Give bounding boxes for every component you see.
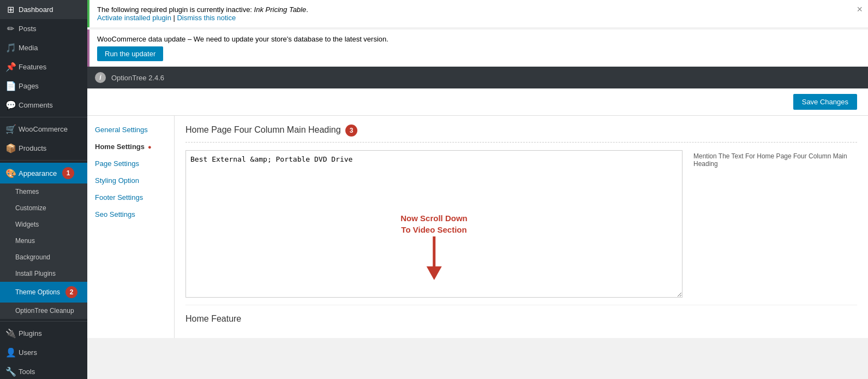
sidebar-item-install-plugins[interactable]: Install Plugins <box>0 265 87 282</box>
sidebar-item-menus[interactable]: Menus <box>0 233 87 249</box>
nav-seo-settings[interactable]: Seo Settings <box>87 206 174 223</box>
field-help: Mention The Text For Home Page Four Colu… <box>693 150 857 299</box>
sidebar-label-themes: Themes <box>15 188 39 196</box>
woo-notice-text: WooCommerce data update – We need to upd… <box>97 35 388 43</box>
appearance-icon: 🎨 <box>5 168 15 179</box>
sidebar-label-plugins: Plugins <box>19 329 42 337</box>
sidebar-label-media: Media <box>19 44 38 52</box>
sidebar-label-widgets: Widgets <box>15 221 39 228</box>
nav-styling-option[interactable]: Styling Option <box>87 172 174 189</box>
field-heading: Home Page Four Column Main Heading 3 <box>185 116 857 143</box>
posts-icon: ✏ <box>5 23 15 34</box>
nav-footer-settings[interactable]: Footer Settings <box>87 189 174 206</box>
field-textarea-wrapper: Best External &amp; Portable DVD Drive N… <box>185 150 683 299</box>
sidebar-label-theme-options: Theme Options <box>15 288 60 296</box>
products-icon: 📦 <box>5 143 15 153</box>
main-heading-textarea[interactable]: Best External &amp; Portable DVD Drive <box>185 150 683 298</box>
nav-home-settings-label: Home Settings <box>95 143 145 151</box>
sidebar-label-comments: Comments <box>19 101 53 109</box>
sidebar: ⊞ Dashboard ✏ Posts 🎵 Media 📌 Features 📄… <box>0 0 87 379</box>
sidebar-item-woocommerce[interactable]: 🛒 WooCommerce <box>0 120 87 139</box>
home-feature-label: Home Feature <box>185 305 857 327</box>
sidebar-item-media[interactable]: 🎵 Media <box>0 38 87 57</box>
ot-info-icon: i <box>95 72 106 83</box>
close-notice-icon[interactable]: × <box>857 4 863 14</box>
field-heading-text: Home Page Four Column Main Heading <box>185 125 341 134</box>
content-area: General Settings Home Settings ● Page Se… <box>87 116 868 338</box>
sidebar-item-widgets[interactable]: Widgets <box>0 216 87 233</box>
plugins-icon: 🔌 <box>5 328 15 339</box>
right-panel: Home Page Four Column Main Heading 3 Bes… <box>175 116 868 338</box>
plugin-notice: The following required plugin is current… <box>87 0 868 27</box>
sidebar-label-customize: Customize <box>15 204 46 212</box>
left-nav: General Settings Home Settings ● Page Se… <box>87 116 175 338</box>
woo-notice: WooCommerce data update – We need to upd… <box>87 29 868 67</box>
sidebar-item-dashboard[interactable]: ⊞ Dashboard <box>0 0 87 19</box>
sidebar-label-dashboard: Dashboard <box>19 5 53 14</box>
sidebar-item-products[interactable]: 📦 Products <box>0 139 87 158</box>
pages-icon: 📄 <box>5 81 15 91</box>
sidebar-label-posts: Posts <box>19 25 37 33</box>
dismiss-notice-link[interactable]: Dismiss this notice <box>177 14 236 22</box>
sidebar-item-customize[interactable]: Customize <box>0 200 87 216</box>
sidebar-label-tools: Tools <box>19 368 35 376</box>
sidebar-item-pages[interactable]: 📄 Pages <box>0 76 87 96</box>
textarea-container: Best External &amp; Portable DVD Drive N… <box>185 150 683 299</box>
sidebar-item-background[interactable]: Background <box>0 249 87 265</box>
sidebar-item-tools[interactable]: 🔧 Tools <box>0 362 87 379</box>
dashboard-icon: ⊞ <box>5 4 15 15</box>
activate-plugin-link[interactable]: Activate installed plugin <box>97 14 171 22</box>
appearance-submenu: Themes Customize Widgets Menus Backgroun… <box>0 183 87 319</box>
sidebar-label-menus: Menus <box>15 237 35 245</box>
users-icon: 👤 <box>5 347 15 358</box>
sidebar-label-background: Background <box>15 253 50 261</box>
features-icon: 📌 <box>5 62 15 72</box>
save-changes-button[interactable]: Save Changes <box>793 94 857 110</box>
sidebar-item-features[interactable]: 📌 Features <box>0 57 87 76</box>
sidebar-item-posts[interactable]: ✏ Posts <box>0 19 87 38</box>
main-content: The following required plugin is current… <box>87 0 868 379</box>
sidebar-label-pages: Pages <box>19 82 39 90</box>
sidebar-item-plugins[interactable]: 🔌 Plugins <box>0 324 87 343</box>
save-bar: Save Changes <box>87 88 868 116</box>
annotation-1: 1 <box>62 167 74 179</box>
connector-dot: ● <box>148 144 152 150</box>
annotation-3: 3 <box>345 125 357 137</box>
divider3 <box>0 321 87 322</box>
divider1 <box>0 117 87 117</box>
sidebar-item-theme-options[interactable]: Theme Options 2 <box>0 282 87 303</box>
sidebar-item-appearance[interactable]: 🎨 Appearance 1 <box>0 163 87 183</box>
ot-header: i OptionTree 2.4.6 <box>87 67 868 88</box>
woocommerce-icon: 🛒 <box>5 124 15 134</box>
home-feature-text: Home Feature <box>185 314 241 323</box>
sidebar-label-install-plugins: Install Plugins <box>15 270 56 277</box>
media-icon: 🎵 <box>5 43 15 53</box>
field-help-text: Mention The Text For Home Page Four Colu… <box>693 152 847 168</box>
plugin-notice-text: The following required plugin is current… <box>97 5 308 14</box>
nav-page-settings[interactable]: Page Settings <box>87 155 174 172</box>
sidebar-item-users[interactable]: 👤 Users <box>0 343 87 362</box>
sidebar-item-optiontree-cleanup[interactable]: OptionTree Cleanup <box>0 303 87 319</box>
ot-version-text: OptionTree 2.4.6 <box>111 74 164 82</box>
comments-icon: 💬 <box>5 100 15 110</box>
field-row: Best External &amp; Portable DVD Drive N… <box>185 150 857 299</box>
annotation-2: 2 <box>65 286 77 298</box>
sidebar-item-themes[interactable]: Themes <box>0 183 87 200</box>
run-updater-button[interactable]: Run the updater <box>97 46 163 61</box>
sidebar-label-woocommerce: WooCommerce <box>19 125 68 133</box>
sidebar-label-features: Features <box>19 63 46 71</box>
sidebar-item-comments[interactable]: 💬 Comments <box>0 96 87 115</box>
sidebar-label-appearance: Appearance <box>19 169 57 177</box>
nav-general-settings[interactable]: General Settings <box>87 121 174 138</box>
tools-icon: 🔧 <box>5 366 15 377</box>
sidebar-label-products: Products <box>19 144 46 152</box>
sidebar-label-users: Users <box>19 348 37 357</box>
nav-home-settings[interactable]: Home Settings ● <box>87 138 174 155</box>
sidebar-label-optiontree-cleanup: OptionTree Cleanup <box>15 307 74 315</box>
divider2 <box>0 160 87 161</box>
